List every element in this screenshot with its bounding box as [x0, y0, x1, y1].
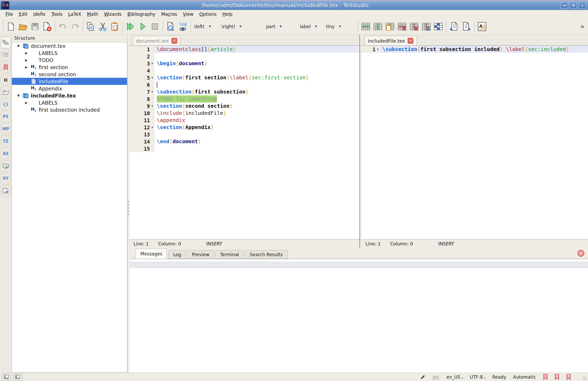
open-file-button[interactable] — [17, 20, 29, 33]
bookmark-1-button[interactable]: 1 — [543, 374, 548, 380]
close-panel-icon[interactable]: ✕ — [577, 250, 584, 257]
code-editor[interactable]: 1\documentclass[]{article}23▼\begin{docu… — [129, 46, 359, 239]
table-paste-column-button[interactable] — [384, 20, 396, 33]
table-remove-column-button[interactable] — [408, 20, 420, 33]
structure-tree[interactable]: ▼document.tex▶LABELS▶TODO▶H1first sectio… — [12, 42, 127, 373]
view-log-button[interactable]: log — [177, 20, 189, 33]
line-number-gutter[interactable]: 1▼ — [361, 46, 380, 53]
toggle-bottom-panel-button[interactable] — [13, 374, 22, 380]
paste-button[interactable] — [109, 20, 121, 33]
expand-icon[interactable]: ▶ — [23, 101, 30, 105]
close-button[interactable]: ✕ — [579, 2, 586, 9]
next-document-button[interactable] — [460, 20, 472, 33]
structure-item-first-section[interactable]: ▶H1first section — [12, 64, 127, 71]
cut-button[interactable] — [97, 20, 109, 33]
menu-idefix[interactable]: Idefix — [30, 11, 48, 18]
line-number-gutter[interactable]: 13 — [129, 131, 155, 138]
collapse-icon[interactable]: ▼ — [15, 94, 22, 97]
bookmark-2-button[interactable]: 2 — [554, 374, 560, 380]
table-cut-column-button[interactable] — [420, 20, 432, 33]
line-number-gutter[interactable]: 1 — [129, 46, 155, 53]
tab-document-tex[interactable]: document.tex ✕ — [133, 36, 181, 45]
sidebar-tab-files[interactable] — [1, 86, 11, 98]
fold-arrow-icon[interactable]: ▼ — [150, 62, 155, 65]
menu-latex[interactable]: LaTeX — [65, 11, 84, 18]
menu-math[interactable]: Math — [84, 11, 101, 18]
line-number-gutter[interactable]: 5▼ — [129, 74, 155, 81]
fold-arrow-icon[interactable]: ▼ — [376, 48, 380, 51]
table-remove-row-button[interactable] — [396, 20, 408, 33]
sidebar-tab-brackets[interactable]: {} — [1, 99, 11, 110]
code-editor[interactable]: 1▼\subsection{first subsection included}… — [361, 46, 588, 239]
sidebar-tab-bookmarks[interactable] — [1, 61, 11, 73]
bookmark-3-button[interactable]: 3 — [566, 374, 571, 380]
language-selector[interactable]: en_US▾ — [446, 374, 463, 380]
resize-grip[interactable] — [583, 377, 586, 380]
table-add-column-button[interactable] — [372, 20, 384, 33]
encoding-selector[interactable]: UTF-8▾ — [470, 374, 485, 380]
structure-item-includedfile-tex[interactable]: ▼includedFile.tex — [12, 92, 127, 99]
tab-close-icon[interactable]: ✕ — [408, 38, 413, 44]
table-align-button[interactable] — [432, 20, 444, 33]
line-number-gutter[interactable]: 11 — [129, 117, 155, 124]
line-ending-selector[interactable]: Automatic — [513, 374, 536, 380]
line-number-gutter[interactable]: 8 — [129, 95, 155, 102]
sidebar-tab-preview[interactable] — [1, 185, 11, 197]
font-size-combo[interactable]: tiny▼ — [325, 24, 356, 29]
menu-view[interactable]: View — [180, 11, 196, 18]
build-and-view-button[interactable] — [125, 20, 137, 33]
save-button[interactable] — [29, 20, 41, 33]
collapse-icon[interactable]: ▼ — [15, 44, 22, 48]
sidebar-tab-xypic[interactable]: XY — [1, 173, 11, 184]
expand-icon[interactable]: ▶ — [23, 51, 30, 55]
sidebar-tab-symbols[interactable]: π — [1, 74, 11, 85]
menu-file[interactable]: File — [3, 11, 16, 18]
menu-bibliography[interactable]: Bibliography — [124, 11, 158, 18]
structure-item-labels[interactable]: ▶LABELS — [12, 49, 127, 56]
left-delimiter-combo[interactable]: \left(▼ — [192, 24, 220, 29]
fold-arrow-icon[interactable]: ▼ — [150, 76, 155, 79]
sidebar-tab-metapost[interactable]: MP — [1, 123, 11, 135]
undo-button[interactable] — [57, 20, 69, 33]
menu-edit[interactable]: Edit — [16, 11, 30, 18]
line-number-gutter[interactable]: 7▼ — [129, 88, 155, 95]
table-add-row-button[interactable] — [360, 20, 372, 33]
panel-tab-messages[interactable]: Messages — [136, 249, 167, 259]
structure-item-labels[interactable]: ▶LABELS — [12, 99, 127, 106]
macro-recorder-icon[interactable] — [420, 374, 425, 380]
panel-tab-search-results[interactable]: Search Results — [245, 250, 287, 259]
fold-arrow-icon[interactable]: ▼ — [150, 105, 155, 107]
sidebar-tab-structure[interactable] — [1, 37, 11, 48]
sidebar-tab-line-list[interactable]: 1 — [1, 49, 11, 61]
tab-includedfile-tex[interactable]: includedFile.tex ✕ — [364, 36, 417, 45]
quick-preview-button[interactable] — [165, 20, 177, 33]
line-number-gutter[interactable]: 3▼ — [129, 60, 155, 67]
fold-arrow-icon[interactable]: ▼ — [150, 126, 155, 129]
sidebar-tab-terminal[interactable] — [1, 160, 11, 172]
previous-document-button[interactable] — [448, 20, 460, 33]
fold-arrow-icon[interactable]: ▼ — [150, 90, 155, 93]
new-document-button[interactable] — [5, 20, 17, 33]
expand-icon[interactable]: ▶ — [23, 58, 30, 62]
menu-options[interactable]: Options — [196, 11, 220, 18]
editor-splitter[interactable] — [359, 35, 361, 248]
copy-button[interactable] — [85, 20, 97, 33]
toolbar-overflow-chevron[interactable]: » — [580, 23, 587, 30]
structure-item-todo[interactable]: ▶TODO — [12, 56, 127, 64]
line-number-gutter[interactable]: 14 — [129, 138, 155, 145]
stop-button[interactable] — [149, 20, 161, 33]
structure-item-document-tex[interactable]: ▼document.tex — [12, 42, 127, 49]
minimize-button[interactable] — [561, 2, 568, 9]
sidebar-tab-pstricks[interactable]: PS — [1, 111, 11, 122]
spellcheck-icon[interactable]: abc — [432, 375, 439, 379]
structure-item-includedfile[interactable]: includedFile — [12, 78, 127, 85]
expand-icon[interactable]: ▶ — [23, 65, 30, 69]
structure-item-appendix[interactable]: H1Appendix — [12, 85, 127, 92]
line-number-gutter[interactable]: 9▼ — [129, 102, 155, 110]
panel-tab-terminal[interactable]: Terminal — [215, 250, 244, 259]
right-delimiter-combo[interactable]: \right)▼ — [220, 24, 249, 29]
panel-tab-preview[interactable]: Preview — [187, 250, 214, 259]
line-number-gutter[interactable]: 12▼ — [129, 124, 155, 131]
maximize-button[interactable] — [570, 2, 577, 9]
format-text-button[interactable]: A — [476, 20, 488, 33]
